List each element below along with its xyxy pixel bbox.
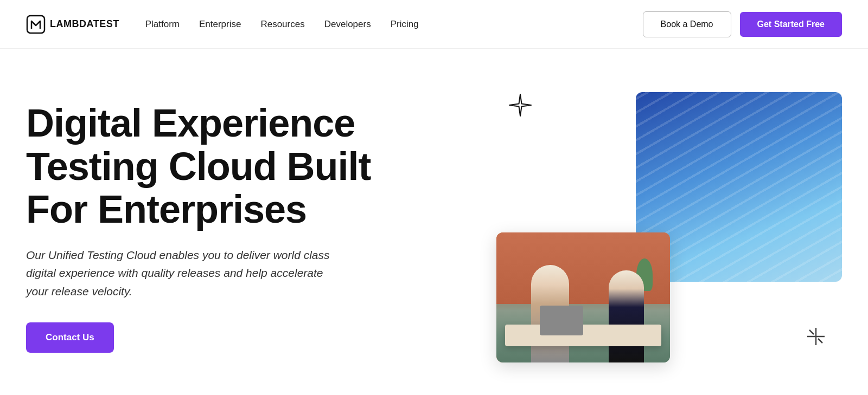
hero-content: Digital Experience Testing Cloud Built F… <box>26 102 475 352</box>
nav-pricing[interactable]: Pricing <box>391 19 419 30</box>
get-started-button[interactable]: Get Started Free <box>740 12 842 37</box>
nav-developers[interactable]: Developers <box>324 19 371 30</box>
sparkle-small-icon <box>806 327 826 346</box>
logo-link[interactable]: LAMBDATEST <box>26 15 119 34</box>
svg-line-4 <box>818 339 822 343</box>
hero-title: Digital Experience Testing Cloud Built F… <box>26 102 442 231</box>
svg-line-3 <box>809 330 814 334</box>
nav-resources[interactable]: Resources <box>260 19 304 30</box>
hero-subtitle: Our Unified Testing Cloud enables you to… <box>26 246 341 301</box>
logo-icon <box>26 15 46 34</box>
hero-visual <box>475 81 842 373</box>
nav-platform[interactable]: Platform <box>145 19 180 30</box>
nav-actions: Book a Demo Get Started Free <box>643 11 842 37</box>
sparkle-main-icon <box>507 92 533 118</box>
hero-section: Digital Experience Testing Cloud Built F… <box>0 49 868 395</box>
book-demo-button[interactable]: Book a Demo <box>643 11 731 37</box>
nav-enterprise[interactable]: Enterprise <box>199 19 241 30</box>
logo-text: LAMBDATEST <box>50 18 119 30</box>
nav-links: Platform Enterprise Resources Developers… <box>145 19 643 30</box>
team-photo <box>496 232 670 362</box>
contact-us-button[interactable]: Contact Us <box>26 322 114 353</box>
svg-rect-0 <box>27 16 44 33</box>
navbar: LAMBDATEST Platform Enterprise Resources… <box>0 0 868 49</box>
